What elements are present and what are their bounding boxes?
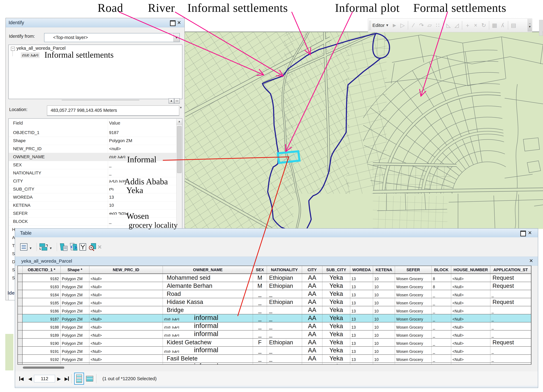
table-options-icon[interactable] — [20, 242, 28, 252]
table-row[interactable]: 9189Polygon ZM<Null>ሰነድ አልባinformal__AAY… — [18, 330, 531, 339]
table-cell[interactable] — [18, 347, 23, 354]
table-cell[interactable]: <Null> — [451, 330, 490, 338]
show-selected-records-toggle[interactable] — [86, 375, 94, 382]
sketch-arrow-icon[interactable]: ▷ — [398, 21, 407, 30]
table-cell[interactable]: Ethiopian — [267, 274, 302, 282]
table-cell[interactable]: 13 — [350, 290, 373, 298]
rotate-icon[interactable]: ↻ — [480, 21, 488, 30]
table-cell[interactable]: AA — [302, 298, 322, 306]
table-cell[interactable]: AA — [302, 282, 322, 290]
table-cell[interactable]: Wosen Grocery — [395, 330, 432, 338]
table-cell[interactable]: Wosen Grocery — [395, 322, 432, 330]
hscrollbar-thumb[interactable] — [23, 367, 64, 369]
table-cell[interactable]: 10 — [373, 274, 395, 282]
table-cell[interactable]: AA — [302, 274, 322, 282]
table-cell[interactable]: <Null> — [451, 339, 490, 346]
table-cell[interactable]: M — [253, 274, 267, 282]
table-cell[interactable]: 9185 — [23, 298, 61, 306]
identify-field-row[interactable]: KETENA10 — [9, 201, 176, 209]
table-cell[interactable]: _ — [432, 314, 451, 322]
table-cell[interactable]: ሰነድ አልባinformal — [163, 363, 253, 365]
table-cell[interactable]: <Null> — [451, 314, 490, 322]
table-cell[interactable]: 13 — [350, 330, 373, 338]
table-cell[interactable]: 10 — [373, 306, 395, 314]
table-cell[interactable]: 9187 — [23, 314, 61, 322]
column-header[interactable]: APPLICATION_ST — [490, 266, 531, 274]
table-cell[interactable]: _ — [490, 314, 531, 322]
table-cell[interactable]: AA — [302, 330, 322, 338]
table-cell[interactable]: <Null> — [451, 290, 490, 298]
table-cell[interactable]: AA — [302, 290, 322, 298]
table-cell[interactable]: _ — [490, 347, 531, 354]
table-row[interactable]: 9182Polygon ZM<Null>Mohammed seidMEthiop… — [18, 274, 531, 282]
table-cell[interactable]: _ — [490, 363, 531, 365]
table-cell[interactable]: _ — [432, 330, 451, 338]
table-restore-button[interactable] — [520, 231, 526, 236]
table-cell[interactable]: <Null> — [89, 322, 163, 330]
toolbar-overflow-button[interactable]: –▼ — [528, 19, 532, 32]
table-cell[interactable]: Yeka — [322, 339, 350, 346]
table-row[interactable]: 9186Polygon ZM<Null>Bridge__AAYeka1310Wo… — [18, 306, 531, 314]
table-cell[interactable]: _ — [253, 330, 267, 338]
table-cell[interactable]: _ — [253, 298, 267, 306]
table-cell[interactable]: _ — [490, 330, 531, 338]
table-cell[interactable]: Polygon ZM — [61, 363, 89, 365]
table-cell[interactable]: Yeka — [322, 290, 350, 298]
polygon-tool-icon[interactable]: ▱ — [425, 21, 434, 30]
table-cell[interactable]: Yeka — [322, 330, 350, 338]
table-cell[interactable]: 10 — [373, 355, 395, 363]
table-cell[interactable]: _ — [253, 322, 267, 330]
table-cell[interactable]: AA — [302, 322, 322, 330]
table-cell[interactable]: Polygon ZM — [61, 347, 89, 354]
table-cell[interactable]: <Null> — [89, 355, 163, 363]
table-cell[interactable]: _ — [432, 355, 451, 363]
table-cell[interactable]: 9193 — [23, 363, 61, 365]
switch-selection-icon[interactable] — [59, 242, 68, 252]
table-cell[interactable]: <Null> — [89, 314, 163, 322]
table-close-button[interactable]: × — [528, 230, 532, 236]
identify-field-row[interactable]: ShapePolygon ZM — [9, 137, 176, 145]
table-cell[interactable]: <Null> — [89, 282, 163, 290]
table-cell[interactable]: Fasil Belete — [163, 355, 253, 363]
column-header[interactable]: KETENA — [373, 266, 395, 274]
table-cell[interactable]: _ — [253, 355, 267, 363]
column-header[interactable]: SEX — [253, 266, 267, 274]
table-cell[interactable]: <Null> — [451, 298, 490, 306]
record-number-input[interactable]: 112 — [34, 375, 55, 382]
collapse-button[interactable]: ▭ — [174, 98, 180, 104]
row-selector-header[interactable] — [18, 266, 23, 274]
table-cell[interactable]: 10 — [373, 314, 395, 322]
table-cell[interactable] — [18, 306, 23, 314]
identify-from-dropdown[interactable]: <Top-most layer> ▼ — [44, 33, 180, 42]
column-header[interactable]: SUB_CITY — [322, 266, 350, 274]
table-cell[interactable] — [18, 322, 23, 330]
table-cell[interactable]: Polygon ZM — [61, 298, 89, 306]
table-cell[interactable]: _ — [432, 363, 451, 365]
identify-field-row[interactable]: WOREDA13 — [9, 193, 176, 202]
table-cell[interactable]: Request — [490, 339, 531, 346]
identify-close-button[interactable]: × — [177, 19, 181, 26]
table-cell[interactable]: Polygon ZM — [61, 339, 89, 346]
table-cell[interactable]: 13 — [350, 347, 373, 354]
table-cell[interactable]: 9183 — [23, 282, 61, 290]
table-cell[interactable]: 13 — [350, 282, 373, 290]
table-cell[interactable]: F — [253, 339, 267, 346]
table-cell[interactable]: Ethiopian — [267, 282, 302, 290]
expand-all-button[interactable]: ▲ — [169, 98, 174, 104]
table-cell[interactable]: Yeka — [322, 274, 350, 282]
arc-tool-icon[interactable]: ↷ — [418, 21, 425, 30]
identify-titlebar[interactable]: Identify × — [6, 18, 184, 27]
table-cell[interactable]: <Null> — [451, 355, 490, 363]
table-row[interactable]: 9188Polygon ZM<Null>ሰነድ አልባinformal__AAY… — [18, 322, 531, 330]
dropdown-arrow-icon[interactable]: ▼ — [173, 34, 180, 42]
table-cell[interactable]: _ — [267, 330, 302, 338]
identify-field-row[interactable]: SEFERወሰን ግሮሰሪ — [9, 209, 176, 218]
table-cell[interactable]: Yeka — [322, 314, 350, 322]
table-cell[interactable] — [18, 290, 23, 298]
table-cell[interactable]: Bridge — [163, 306, 253, 314]
table-cell[interactable]: Wosen Grocery — [395, 290, 432, 298]
table-cell[interactable]: <Null> — [451, 363, 490, 365]
table-row[interactable]: 9184Polygon ZM<Null>Road__AAYeka1310Wose… — [18, 290, 531, 298]
table-cell[interactable]: _ — [490, 355, 531, 363]
table-cell[interactable]: Wosen Grocery — [395, 298, 432, 306]
